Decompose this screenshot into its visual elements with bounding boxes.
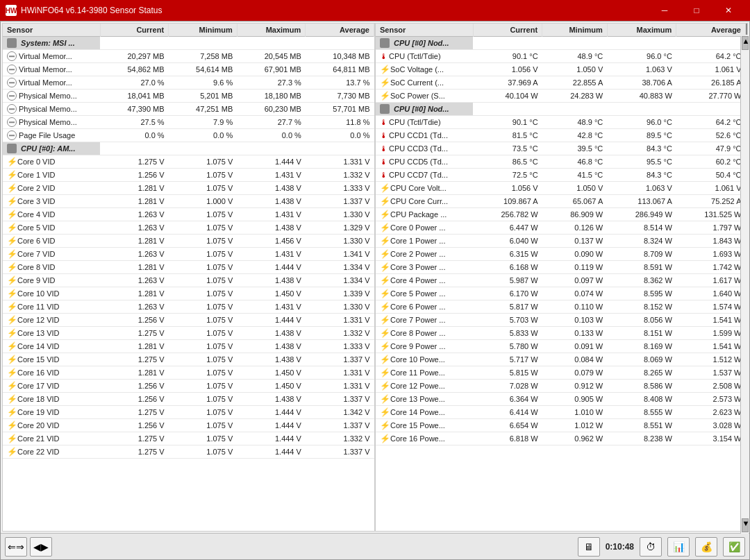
cost-icon-btn[interactable]: 💰 xyxy=(695,537,717,557)
scroll-down-arrow[interactable]: ▼ xyxy=(742,518,748,531)
table-row[interactable]: Virtual Memor... 20,297 MB 7,258 MB 20,5… xyxy=(3,50,374,63)
table-row[interactable]: ⚡Core 1 VID 1.256 V 1.075 V 1.431 V 1.33… xyxy=(3,169,374,182)
sensor-current: 5.717 W xyxy=(473,353,542,366)
table-row[interactable]: ⚡Core 2 Power ... 6.315 W 0.090 W 8.709 … xyxy=(376,248,746,261)
table-row[interactable]: ⚡Core 9 VID 1.263 V 1.075 V 1.438 V 1.33… xyxy=(3,274,374,287)
minimize-button[interactable]: ─ xyxy=(649,0,681,21)
table-row[interactable]: ⚡Core 21 VID 1.275 V 1.075 V 1.444 V 1.3… xyxy=(3,432,374,446)
scroll-up-arrow[interactable]: ▲ xyxy=(742,36,748,50)
thermometer-icon: 🌡 xyxy=(380,117,387,127)
close-button[interactable]: ✕ xyxy=(712,0,744,21)
sensor-minimum: 1.075 V xyxy=(169,248,238,261)
expand-btn[interactable]: ⇐⇒ xyxy=(5,537,27,557)
table-row[interactable]: ⚡SoC Power (S... 40.104 W 24.283 W 40.88… xyxy=(376,90,746,103)
maximize-button[interactable]: □ xyxy=(681,0,712,21)
table-row[interactable]: ⚡Core 22 VID 1.275 V 1.075 V 1.444 V 1.3… xyxy=(3,446,374,459)
table-row[interactable]: 🌡CPU CCD1 (Td... 81.5 °C 42.8 °C 89.5 °C… xyxy=(376,129,746,142)
table-row[interactable]: ⚡Core 16 VID 1.281 V 1.075 V 1.450 V 1.3… xyxy=(3,366,374,380)
sensor-current: 1.263 V xyxy=(100,300,169,314)
table-row[interactable]: ⚡Core 11 VID 1.263 V 1.075 V 1.431 V 1.3… xyxy=(3,300,374,314)
table-row[interactable]: ⚡Core 6 VID 1.281 V 1.075 V 1.456 V 1.33… xyxy=(3,235,374,248)
table-row[interactable]: ⚡Core 4 Power ... 5.987 W 0.097 W 8.362 … xyxy=(376,274,746,287)
table-row[interactable]: ⚡Core 9 Power ... 5.780 W 0.091 W 8.169 … xyxy=(376,340,746,353)
sensor-minimum: 7,258 MB xyxy=(169,50,238,63)
sensor-average: 2.623 W xyxy=(676,406,746,419)
check-icon-btn[interactable]: ✅ xyxy=(723,537,745,557)
sensor-name: ⚡Core 3 Power ... xyxy=(376,261,473,273)
sensor-average: 1.337 V xyxy=(306,353,374,366)
table-row[interactable]: 🌡CPU CCD5 (Td... 86.5 °C 46.8 °C 95.5 °C… xyxy=(376,155,746,169)
table-row[interactable]: ⚡SoC Voltage (... 1.056 V 1.050 V 1.063 … xyxy=(376,63,746,76)
table-row[interactable]: ⚡Core 5 Power ... 6.170 W 0.074 W 8.595 … xyxy=(376,287,746,300)
table-row[interactable]: ⚡Core 16 Powe... 6.818 W 0.962 W 8.238 W… xyxy=(376,432,746,446)
clock-icon-btn[interactable]: ⏱ xyxy=(640,537,662,557)
sensor-name: ⚡Core 15 Powe... xyxy=(376,419,473,432)
right-col-average: Average xyxy=(676,24,746,37)
sensor-name: 🌡CPU (Tctl/Tdie) xyxy=(376,116,473,128)
table-row[interactable]: ⚡CPU Package ... 256.782 W 86.909 W 286.… xyxy=(376,208,746,221)
sensor-current: 7.028 W xyxy=(473,380,542,393)
table-row[interactable]: ⚡Core 2 VID 1.281 V 1.075 V 1.438 V 1.33… xyxy=(3,182,374,195)
sensor-maximum: 8.362 W xyxy=(607,274,676,287)
table-row[interactable]: ⚡Core 11 Powe... 5.815 W 0.079 W 8.265 W… xyxy=(376,366,746,380)
table-row[interactable]: ⚡Core 13 VID 1.275 V 1.075 V 1.438 V 1.3… xyxy=(3,327,374,340)
table-row[interactable]: ⚡Core 20 VID 1.256 V 1.075 V 1.444 V 1.3… xyxy=(3,419,374,432)
sensor-maximum: 1.450 V xyxy=(237,366,306,380)
sensor-name: ⚡Core 9 VID xyxy=(3,274,100,287)
table-row[interactable]: ⚡SoC Current (... 37.969 A 22.855 A 38.7… xyxy=(376,76,746,90)
table-row[interactable]: ⚡Core 12 VID 1.256 V 1.075 V 1.444 V 1.3… xyxy=(3,314,374,327)
table-row[interactable]: ⚡Core 15 VID 1.275 V 1.075 V 1.438 V 1.3… xyxy=(3,353,374,366)
thermometer-icon: 🌡 xyxy=(380,157,387,167)
table-row[interactable]: Page File Usage 0.0 % 0.0 % 0.0 % 0.0 % xyxy=(3,129,374,142)
table-row[interactable]: ⚡Core 0 Power ... 6.447 W 0.126 W 8.514 … xyxy=(376,221,746,235)
table-row[interactable]: ⚡Core 13 Powe... 6.364 W 0.905 W 8.408 W… xyxy=(376,393,746,406)
table-row[interactable]: ⚡Core 10 VID 1.281 V 1.075 V 1.450 V 1.3… xyxy=(3,287,374,300)
table-row[interactable]: ⚡Core 10 Powe... 5.717 W 0.084 W 8.069 W… xyxy=(376,353,746,366)
table-row[interactable]: ⚡Core 3 VID 1.281 V 1.000 V 1.438 V 1.33… xyxy=(3,195,374,208)
table-row[interactable]: ⚡Core 1 Power ... 6.040 W 0.137 W 8.324 … xyxy=(376,235,746,248)
table-row[interactable]: Physical Memo... 18,041 MB 5,201 MB 18,1… xyxy=(3,90,374,103)
table-row[interactable]: ⚡Core 8 Power ... 5.833 W 0.133 W 8.151 … xyxy=(376,327,746,340)
chart-icon-btn[interactable]: 📊 xyxy=(667,537,690,557)
table-row[interactable]: ⚡Core 12 Powe... 7.028 W 0.912 W 8.586 W… xyxy=(376,380,746,393)
table-row[interactable]: ⚡Core 0 VID 1.275 V 1.075 V 1.444 V 1.33… xyxy=(3,155,374,169)
table-row[interactable]: Virtual Memor... 54,862 MB 54,614 MB 67,… xyxy=(3,63,374,76)
table-row[interactable]: ⚡Core 3 Power ... 6.168 W 0.119 W 8.591 … xyxy=(376,261,746,274)
table-row[interactable]: ⚡Core 7 VID 1.263 V 1.075 V 1.431 V 1.34… xyxy=(3,248,374,261)
table-row[interactable]: Physical Memo... 47,390 MB 47,251 MB 60,… xyxy=(3,103,374,116)
table-row[interactable]: ⚡Core 4 VID 1.263 V 1.075 V 1.431 V 1.33… xyxy=(3,208,374,221)
right-col-sensor: Sensor xyxy=(376,24,473,37)
table-row[interactable]: ⚡CPU Core Volt... 1.056 V 1.050 V 1.063 … xyxy=(376,182,746,195)
table-row[interactable]: 🌡CPU (Tctl/Tdie) 90.1 °C 48.9 °C 96.0 °C… xyxy=(376,116,746,129)
table-row[interactable]: ⚡CPU Core Curr... 109.867 A 65.067 A 113… xyxy=(376,195,746,208)
sensor-average: 1.337 V xyxy=(306,393,374,406)
table-row[interactable]: Virtual Memor... 27.0 % 9.6 % 27.3 % 13.… xyxy=(3,76,374,90)
sensor-name: Virtual Memor... xyxy=(3,76,100,89)
table-row[interactable]: 🌡CPU (Tctl/Tdie) 90.1 °C 48.9 °C 96.0 °C… xyxy=(376,50,746,63)
table-row[interactable]: ⚡Core 14 VID 1.281 V 1.075 V 1.438 V 1.3… xyxy=(3,340,374,353)
table-row[interactable]: ⚡Core 7 Power ... 5.703 W 0.103 W 8.056 … xyxy=(376,314,746,327)
sensor-maximum: 1.431 V xyxy=(237,248,306,261)
group-label: CPU [#0] Nod... xyxy=(376,37,473,49)
right-scroll[interactable]: Sensor Current Minimum Maximum Average C… xyxy=(376,24,747,531)
table-row[interactable]: ⚡Core 6 Power ... 5.817 W 0.110 W 8.152 … xyxy=(376,300,746,314)
left-scroll[interactable]: Sensor Current Minimum Maximum Average S… xyxy=(3,24,374,531)
navigate-btn[interactable]: ◀▶ xyxy=(30,537,52,557)
table-row[interactable]: ⚡Core 5 VID 1.263 V 1.075 V 1.438 V 1.32… xyxy=(3,221,374,235)
table-row[interactable]: ⚡Core 18 VID 1.256 V 1.075 V 1.438 V 1.3… xyxy=(3,393,374,406)
thermometer-icon: 🌡 xyxy=(380,170,387,180)
monitor-icon-btn[interactable]: 🖥 xyxy=(578,537,600,557)
table-row[interactable]: ⚡Core 19 VID 1.275 V 1.075 V 1.444 V 1.3… xyxy=(3,406,374,419)
table-row[interactable]: ⚡Core 15 Powe... 6.654 W 1.012 W 8.551 W… xyxy=(376,419,746,432)
sensor-average: 1.541 W xyxy=(676,314,746,327)
sensor-name: Physical Memo... xyxy=(3,116,100,128)
table-row[interactable]: Physical Memo... 27.5 % 7.9 % 27.7 % 11.… xyxy=(3,116,374,129)
table-row[interactable]: 🌡CPU CCD7 (Td... 72.5 °C 41.5 °C 84.3 °C… xyxy=(376,169,746,182)
table-row[interactable]: ⚡Core 14 Powe... 6.414 W 1.010 W 8.555 W… xyxy=(376,406,746,419)
sensor-name: ⚡Core 13 Powe... xyxy=(376,393,473,405)
sensor-maximum: 20,545 MB xyxy=(237,50,306,63)
table-row[interactable]: 🌡CPU CCD3 (Td... 73.5 °C 39.5 °C 84.3 °C… xyxy=(376,142,746,155)
sensor-minimum: 0.090 W xyxy=(542,248,608,261)
table-row[interactable]: ⚡Core 17 VID 1.256 V 1.075 V 1.450 V 1.3… xyxy=(3,380,374,393)
table-row[interactable]: ⚡Core 8 VID 1.281 V 1.075 V 1.444 V 1.33… xyxy=(3,261,374,274)
